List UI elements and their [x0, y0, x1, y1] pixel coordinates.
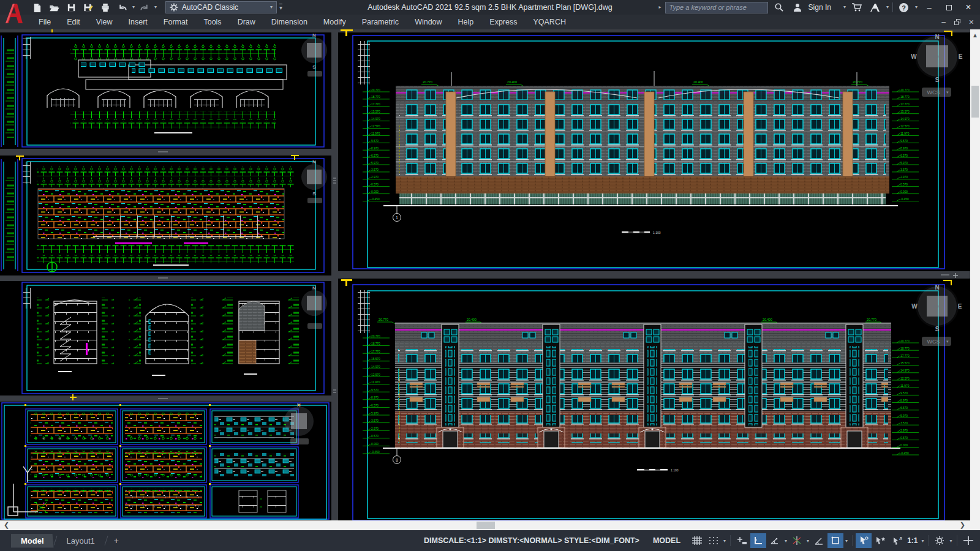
polar-dropdown[interactable]: ▾ [783, 538, 788, 544]
menu-edit[interactable]: Edit [59, 15, 88, 29]
sheet-thumb[interactable] [121, 447, 206, 482]
svg-text:20.770: 20.770 [900, 89, 910, 92]
drawing-area[interactable]: 20.77020.40020.40020.770 [0, 29, 970, 520]
menu-window[interactable]: Window [407, 15, 450, 29]
help-icon[interactable]: ? [897, 1, 911, 14]
doc-restore-button[interactable] [954, 19, 960, 25]
save-button[interactable] [64, 1, 78, 14]
plot-button[interactable] [98, 1, 113, 14]
horizontal-scrollbar[interactable]: ❮ ❯ [0, 520, 970, 530]
horizontal-scroll-thumb[interactable] [477, 522, 495, 529]
annotation-scale-value[interactable]: 1:1 [905, 536, 919, 545]
save-as-button[interactable] [81, 1, 96, 14]
otrack-dropdown[interactable]: ▾ [805, 538, 810, 544]
qat-customize-button[interactable]: ▾ [279, 4, 282, 11]
signin-dropdown[interactable]: ▾ [843, 5, 846, 10]
menu-tools[interactable]: Tools [195, 15, 229, 29]
snap-dropdown[interactable]: ▾ [722, 538, 727, 544]
new-layout-button[interactable]: + [108, 536, 125, 545]
isolate-objects-icon[interactable] [977, 533, 980, 548]
menu-view[interactable]: View [88, 15, 121, 29]
annotation-scale-icon[interactable]: A [889, 533, 905, 548]
menu-express[interactable]: Express [481, 15, 525, 29]
open-file-button[interactable] [47, 1, 61, 14]
model-tab[interactable]: Model [11, 534, 54, 548]
menu-yqarch[interactable]: YQARCH [525, 15, 573, 29]
model-space-button[interactable]: MODEL [648, 534, 685, 547]
scroll-up-arrow[interactable]: ▲ [972, 32, 978, 39]
search-input[interactable] [665, 2, 768, 13]
doc-minimize-button[interactable]: – [941, 18, 946, 26]
sheet-thumb[interactable] [26, 447, 118, 482]
sheet-thumb[interactable] [121, 485, 206, 518]
redo-dropdown[interactable]: ▾ [154, 5, 157, 10]
autodesk-app-icon[interactable] [868, 1, 883, 14]
workspace-select[interactable]: AutoCAD Classic ▾ [165, 1, 277, 13]
polar-tracking-icon[interactable] [767, 533, 783, 548]
vertical-scrollbar[interactable]: ▲ [970, 29, 980, 520]
redo-button[interactable] [137, 1, 152, 14]
user-icon[interactable] [790, 1, 805, 14]
titlebar-separator [892, 2, 893, 12]
minimize-button[interactable]: – [921, 1, 937, 13]
undo-dropdown[interactable]: ▾ [132, 5, 135, 10]
svg-text:18.770: 18.770 [900, 96, 910, 99]
sheet-thumb[interactable] [26, 409, 118, 444]
viewport-sheet-grid[interactable] [2, 403, 329, 519]
svg-text:17.770: 17.770 [371, 103, 380, 106]
sheet-thumb[interactable] [26, 485, 118, 518]
layout-tabs: Model Layout1 + [11, 530, 125, 551]
help-dropdown[interactable]: ▾ [915, 5, 918, 10]
autocad-logo[interactable] [4, 1, 24, 26]
ortho-mode-icon[interactable] [750, 533, 766, 548]
viewport-sliver-1[interactable] [1, 36, 18, 147]
svg-text:14.970: 14.970 [371, 118, 380, 121]
svg-text:18.770: 18.770 [900, 347, 910, 350]
snap-angle-icon[interactable] [811, 533, 827, 548]
splitter-vertical[interactable] [331, 29, 338, 520]
workspace-gear-icon[interactable] [932, 533, 948, 548]
viewport-floor-plan[interactable] [22, 159, 324, 272]
svg-text:6.570: 6.570 [900, 407, 908, 410]
autodesk-dropdown[interactable]: ▾ [886, 5, 889, 10]
menu-file[interactable]: File [31, 15, 59, 29]
menu-dimension[interactable]: Dimension [263, 15, 315, 29]
search-icon[interactable] [772, 1, 786, 14]
scroll-left-arrow[interactable]: ❮ [4, 521, 9, 529]
sheet-thumb[interactable] [121, 409, 206, 444]
annotation-scale-dropdown[interactable]: ▾ [920, 538, 925, 544]
svg-text:-0.450: -0.450 [371, 198, 380, 201]
osnap-dropdown[interactable]: ▾ [844, 538, 849, 544]
undo-button[interactable] [115, 1, 130, 14]
search-expand-chevron[interactable]: ▸ [659, 5, 662, 10]
menu-format[interactable]: Format [156, 15, 196, 29]
menu-insert[interactable]: Insert [121, 15, 156, 29]
close-button[interactable]: × [960, 1, 976, 13]
object-snap-tracking-icon[interactable] [789, 533, 805, 548]
model-space[interactable]: 20.77020.40020.40020.770 [0, 29, 970, 520]
menu-parametric[interactable]: Parametric [354, 15, 407, 29]
grid-display-icon[interactable] [689, 533, 705, 548]
menu-modify[interactable]: Modify [315, 15, 354, 29]
titlebar-right: ▸ Sign In ▾ ▾ ? ▾ – × [659, 1, 976, 14]
crosshair-icon[interactable] [960, 533, 976, 548]
snap-mode-icon[interactable] [706, 533, 722, 548]
object-snap-icon[interactable] [827, 533, 843, 548]
svg-text:0.000: 0.000 [900, 444, 908, 447]
dynamic-input-icon[interactable] [734, 533, 750, 548]
workspace-dropdown[interactable]: ▾ [948, 538, 953, 544]
scroll-right-arrow[interactable]: ❯ [960, 521, 965, 529]
new-file-button[interactable] [29, 1, 44, 14]
signin-label[interactable]: Sign In [809, 3, 831, 12]
menu-draw[interactable]: Draw [230, 15, 263, 29]
svg-text:11.970: 11.970 [371, 381, 380, 384]
annotation-visibility-icon[interactable] [856, 533, 872, 548]
menu-help[interactable]: Help [450, 15, 482, 29]
maximize-button[interactable] [941, 1, 957, 13]
annotation-autoscale-icon[interactable] [872, 533, 888, 548]
doc-close-button[interactable]: × [969, 17, 974, 27]
vertical-scroll-thumb[interactable] [971, 86, 979, 118]
splitter-h-right[interactable] [338, 271, 970, 279]
cart-icon[interactable] [850, 1, 864, 14]
layout1-tab[interactable]: Layout1 [57, 534, 105, 548]
